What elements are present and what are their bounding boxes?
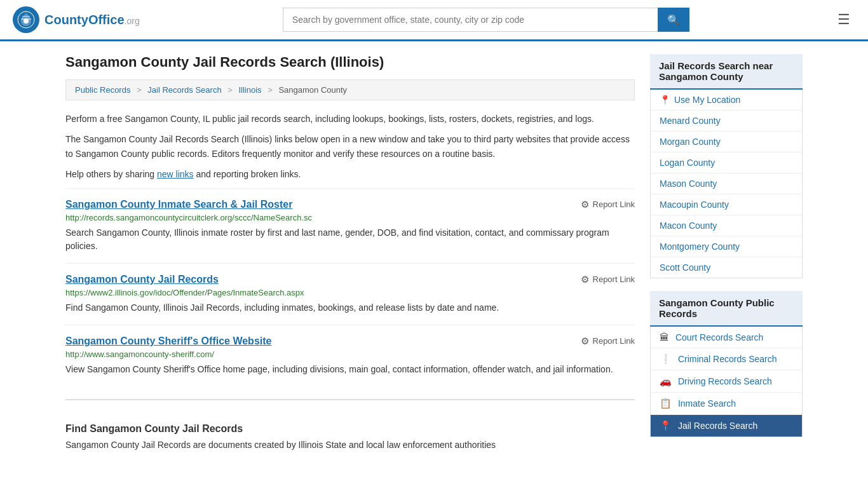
sidebar-public-records: Sangamon County Public Records 🏛 Court R… [650,291,803,437]
sidebar-public-records-title: Sangamon County Public Records [650,291,803,327]
find-section-title: Find Sangamon County Jail Records [65,423,635,435]
sidebar-nearby-list: 📍 Use My Location Menard County Morgan C… [650,90,803,278]
nearby-county-3[interactable]: Logan County [651,152,802,173]
report-link-1[interactable]: ⚙ Report Link [581,199,635,210]
sidebar-public-records-list: 🏛 Court Records Search ❕ Criminal Record… [650,327,803,437]
breadcrumb-link-jail-records[interactable]: Jail Records Search [147,85,221,95]
breadcrumb-current: Sangamon County [278,85,347,95]
report-link-2[interactable]: ⚙ Report Link [581,274,635,285]
result-url-3: http://www.sangamoncounty-sheriff.com/ [65,349,635,359]
logo-text: CountyOffice.org [44,13,140,27]
logo[interactable]: CountyOffice.org [13,6,140,33]
result-item-1: Sangamon County Inmate Search & Jail Ros… [65,188,635,263]
breadcrumb: Public Records > Jail Records Search > I… [65,79,635,100]
use-location-item[interactable]: 📍 Use My Location [651,90,802,111]
use-location-link[interactable]: Use My Location [674,95,740,105]
nearby-county-5[interactable]: Macoupin County [651,194,802,215]
result-title-2[interactable]: Sangamon County Jail Records [65,274,219,285]
result-desc-3: View Sangamon County Sheriff's Office ho… [65,363,635,376]
public-record-court[interactable]: 🏛 Court Records Search [651,327,802,348]
result-url-2: https://www2.illinois.gov/idoc/Offender/… [65,288,635,297]
search-button[interactable]: 🔍 [658,8,689,32]
breadcrumb-link-public-records[interactable]: Public Records [75,85,130,95]
report-icon-1: ⚙ [581,199,589,210]
result-title-3[interactable]: Sangamon County Sheriff's Office Website [65,336,271,347]
location-pin-icon: 📍 [660,95,670,105]
criminal-icon: ❕ [660,353,672,364]
public-record-inmate[interactable]: 📋 Inmate Search [651,393,802,415]
main-content: Sangamon County Jail Records Search (Ill… [65,54,635,452]
breadcrumb-link-illinois[interactable]: Illinois [238,85,261,95]
result-item-3: Sangamon County Sheriff's Office Website… [65,325,635,386]
description-1: Perform a free Sangamon County, IL publi… [65,112,635,126]
result-title-1[interactable]: Sangamon County Inmate Search & Jail Ros… [65,199,292,210]
description-3: Help others by sharing new links and rep… [65,167,635,181]
page-title: Sangamon County Jail Records Search (Ill… [65,54,635,71]
inmate-icon: 📋 [660,398,672,409]
description-2: The Sangamon County Jail Records Search … [65,132,635,161]
driving-icon: 🚗 [660,376,672,386]
sidebar-nearby-title: Jail Records Search near Sangamon County [650,54,803,90]
nearby-county-7[interactable]: Montgomery County [651,236,802,257]
result-url-1: http://records.sangamoncountycircuitcler… [65,213,635,222]
hamburger-menu-button[interactable]: ☰ [832,9,855,30]
nearby-county-8[interactable]: Scott County [651,257,802,278]
report-link-3[interactable]: ⚙ Report Link [581,336,635,347]
report-icon-2: ⚙ [581,274,589,285]
public-record-criminal[interactable]: ❕ Criminal Records Search [651,348,802,370]
nearby-county-1[interactable]: Menard County [651,111,802,132]
search-input[interactable] [283,8,658,32]
search-bar: 🔍 [283,8,689,32]
jail-icon: 📍 [660,420,672,431]
public-record-driving[interactable]: 🚗 Driving Records Search [651,370,802,393]
nearby-county-6[interactable]: Macon County [651,215,802,236]
report-icon-3: ⚙ [581,336,589,347]
court-icon: 🏛 [660,332,669,342]
new-links-link[interactable]: new links [157,169,194,179]
find-section-desc: Sangamon County Jail Records are documen… [65,438,635,452]
sidebar-nearby: Jail Records Search near Sangamon County… [650,54,803,278]
logo-icon [13,6,39,33]
result-desc-1: Search Sangamon County, Illinois inmate … [65,226,635,253]
nearby-county-4[interactable]: Mason County [651,173,802,194]
nearby-county-2[interactable]: Morgan County [651,132,802,152]
result-item-2: Sangamon County Jail Records ⚙ Report Li… [65,263,635,325]
public-record-jail[interactable]: 📍 Jail Records Search [651,415,802,437]
sidebar: Jail Records Search near Sangamon County… [650,54,803,452]
result-desc-2: Find Sangamon County, Illinois Jail Reco… [65,301,635,315]
